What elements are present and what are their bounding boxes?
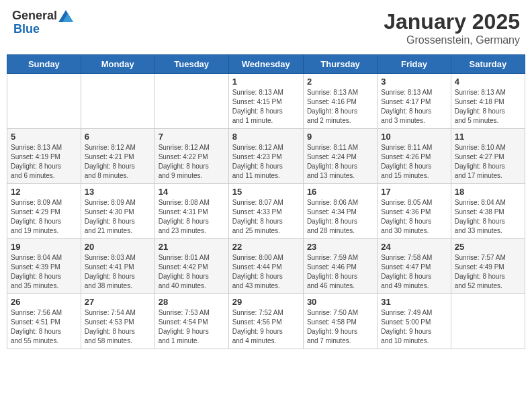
calendar-cell: 30Sunrise: 7:50 AM Sunset: 4:58 PM Dayli… bbox=[303, 294, 377, 349]
calendar-cell: 24Sunrise: 7:58 AM Sunset: 4:47 PM Dayli… bbox=[378, 239, 451, 294]
calendar-week-row: 5Sunrise: 8:13 AM Sunset: 4:19 PM Daylig… bbox=[7, 129, 525, 184]
calendar-cell: 11Sunrise: 8:10 AM Sunset: 4:27 PM Dayli… bbox=[451, 129, 525, 184]
calendar-cell: 19Sunrise: 8:04 AM Sunset: 4:39 PM Dayli… bbox=[7, 239, 81, 294]
day-number: 15 bbox=[232, 187, 300, 197]
calendar-cell: 26Sunrise: 7:56 AM Sunset: 4:51 PM Dayli… bbox=[7, 294, 81, 349]
day-number: 12 bbox=[11, 187, 77, 197]
logo-icon bbox=[58, 10, 73, 22]
day-number: 10 bbox=[381, 132, 447, 142]
day-info: Sunrise: 8:03 AM Sunset: 4:41 PM Dayligh… bbox=[85, 253, 151, 291]
calendar-cell: 2Sunrise: 8:13 AM Sunset: 4:16 PM Daylig… bbox=[303, 74, 377, 129]
calendar-cell: 7Sunrise: 8:12 AM Sunset: 4:22 PM Daylig… bbox=[154, 129, 228, 184]
day-number: 22 bbox=[232, 242, 300, 252]
day-info: Sunrise: 8:10 AM Sunset: 4:27 PM Dayligh… bbox=[455, 143, 521, 181]
day-number: 6 bbox=[85, 132, 151, 142]
calendar-cell: 15Sunrise: 8:07 AM Sunset: 4:33 PM Dayli… bbox=[228, 184, 303, 239]
day-number: 30 bbox=[307, 297, 373, 307]
calendar-cell: 14Sunrise: 8:08 AM Sunset: 4:31 PM Dayli… bbox=[154, 184, 228, 239]
calendar-cell: 5Sunrise: 8:13 AM Sunset: 4:19 PM Daylig… bbox=[7, 129, 81, 184]
day-info: Sunrise: 8:12 AM Sunset: 4:23 PM Dayligh… bbox=[232, 143, 300, 181]
day-number: 29 bbox=[232, 297, 300, 307]
day-number: 26 bbox=[11, 297, 77, 307]
calendar-cell: 16Sunrise: 8:06 AM Sunset: 4:34 PM Dayli… bbox=[303, 184, 377, 239]
day-number: 3 bbox=[381, 77, 447, 87]
logo: General Blue bbox=[12, 9, 73, 36]
calendar-cell: 1Sunrise: 8:13 AM Sunset: 4:15 PM Daylig… bbox=[228, 74, 303, 129]
weekday-header-row: SundayMondayTuesdayWednesdayThursdayFrid… bbox=[7, 55, 525, 74]
day-info: Sunrise: 7:50 AM Sunset: 4:58 PM Dayligh… bbox=[307, 308, 373, 346]
calendar-cell: 17Sunrise: 8:05 AM Sunset: 4:36 PM Dayli… bbox=[378, 184, 451, 239]
day-number: 24 bbox=[381, 242, 447, 252]
day-info: Sunrise: 8:06 AM Sunset: 4:34 PM Dayligh… bbox=[307, 198, 373, 236]
day-info: Sunrise: 8:08 AM Sunset: 4:31 PM Dayligh… bbox=[159, 198, 225, 236]
day-number: 19 bbox=[11, 242, 77, 252]
day-number: 13 bbox=[85, 187, 151, 197]
calendar-table: SundayMondayTuesdayWednesdayThursdayFrid… bbox=[7, 54, 525, 349]
day-info: Sunrise: 8:13 AM Sunset: 4:16 PM Dayligh… bbox=[307, 88, 373, 126]
calendar-week-row: 1Sunrise: 8:13 AM Sunset: 4:15 PM Daylig… bbox=[7, 74, 525, 129]
day-number: 5 bbox=[11, 132, 77, 142]
day-number: 25 bbox=[455, 242, 521, 252]
weekday-header: Thursday bbox=[303, 55, 377, 74]
day-info: Sunrise: 7:59 AM Sunset: 4:46 PM Dayligh… bbox=[307, 253, 373, 291]
calendar-cell: 3Sunrise: 8:13 AM Sunset: 4:17 PM Daylig… bbox=[378, 74, 451, 129]
day-number: 21 bbox=[159, 242, 225, 252]
calendar-cell: 4Sunrise: 8:13 AM Sunset: 4:18 PM Daylig… bbox=[451, 74, 525, 129]
day-info: Sunrise: 7:57 AM Sunset: 4:49 PM Dayligh… bbox=[455, 253, 521, 291]
calendar-cell: 31Sunrise: 7:49 AM Sunset: 5:00 PM Dayli… bbox=[378, 294, 451, 349]
day-number: 27 bbox=[85, 297, 151, 307]
day-info: Sunrise: 8:04 AM Sunset: 4:39 PM Dayligh… bbox=[11, 253, 77, 291]
calendar-cell: 22Sunrise: 8:00 AM Sunset: 4:44 PM Dayli… bbox=[228, 239, 303, 294]
weekday-header: Sunday bbox=[7, 55, 81, 74]
month-title: January 2025 bbox=[384, 9, 520, 34]
day-number: 18 bbox=[455, 187, 521, 197]
day-info: Sunrise: 8:07 AM Sunset: 4:33 PM Dayligh… bbox=[232, 198, 300, 236]
day-info: Sunrise: 8:13 AM Sunset: 4:19 PM Dayligh… bbox=[11, 143, 77, 181]
day-info: Sunrise: 8:12 AM Sunset: 4:22 PM Dayligh… bbox=[159, 143, 225, 181]
weekday-header: Friday bbox=[378, 55, 451, 74]
calendar-cell: 28Sunrise: 7:53 AM Sunset: 4:54 PM Dayli… bbox=[154, 294, 228, 349]
calendar-week-row: 12Sunrise: 8:09 AM Sunset: 4:29 PM Dayli… bbox=[7, 184, 525, 239]
day-number: 23 bbox=[307, 242, 373, 252]
day-number: 2 bbox=[307, 77, 373, 87]
day-number: 28 bbox=[159, 297, 225, 307]
day-info: Sunrise: 7:53 AM Sunset: 4:54 PM Dayligh… bbox=[159, 308, 225, 346]
logo-blue: Blue bbox=[13, 23, 73, 36]
day-info: Sunrise: 8:00 AM Sunset: 4:44 PM Dayligh… bbox=[232, 253, 300, 291]
day-number: 14 bbox=[159, 187, 225, 197]
calendar-cell: 9Sunrise: 8:11 AM Sunset: 4:24 PM Daylig… bbox=[303, 129, 377, 184]
calendar-cell bbox=[7, 74, 81, 129]
calendar-cell: 6Sunrise: 8:12 AM Sunset: 4:21 PM Daylig… bbox=[81, 129, 154, 184]
calendar-week-row: 26Sunrise: 7:56 AM Sunset: 4:51 PM Dayli… bbox=[7, 294, 525, 349]
calendar-cell bbox=[154, 74, 228, 129]
day-number: 31 bbox=[381, 297, 447, 307]
day-info: Sunrise: 8:11 AM Sunset: 4:24 PM Dayligh… bbox=[307, 143, 373, 181]
weekday-header: Tuesday bbox=[154, 55, 228, 74]
day-info: Sunrise: 8:09 AM Sunset: 4:30 PM Dayligh… bbox=[85, 198, 151, 236]
day-info: Sunrise: 8:13 AM Sunset: 4:15 PM Dayligh… bbox=[232, 88, 300, 126]
day-number: 20 bbox=[85, 242, 151, 252]
day-info: Sunrise: 8:11 AM Sunset: 4:26 PM Dayligh… bbox=[381, 143, 447, 181]
day-info: Sunrise: 8:04 AM Sunset: 4:38 PM Dayligh… bbox=[455, 198, 521, 236]
calendar-cell: 29Sunrise: 7:52 AM Sunset: 4:56 PM Dayli… bbox=[228, 294, 303, 349]
calendar-cell: 25Sunrise: 7:57 AM Sunset: 4:49 PM Dayli… bbox=[451, 239, 525, 294]
day-info: Sunrise: 7:54 AM Sunset: 4:53 PM Dayligh… bbox=[85, 308, 151, 346]
day-info: Sunrise: 8:09 AM Sunset: 4:29 PM Dayligh… bbox=[11, 198, 77, 236]
calendar-cell: 23Sunrise: 7:59 AM Sunset: 4:46 PM Dayli… bbox=[303, 239, 377, 294]
calendar-cell bbox=[81, 74, 154, 129]
calendar-cell: 12Sunrise: 8:09 AM Sunset: 4:29 PM Dayli… bbox=[7, 184, 81, 239]
location-title: Grossenstein, Germany bbox=[384, 34, 520, 46]
day-number: 9 bbox=[307, 132, 373, 142]
weekday-header: Wednesday bbox=[228, 55, 303, 74]
day-number: 1 bbox=[232, 77, 300, 87]
page-header: General Blue January 2025 Grossenstein, … bbox=[7, 7, 525, 49]
day-info: Sunrise: 7:52 AM Sunset: 4:56 PM Dayligh… bbox=[232, 308, 300, 346]
day-info: Sunrise: 8:13 AM Sunset: 4:18 PM Dayligh… bbox=[455, 88, 521, 126]
day-info: Sunrise: 8:13 AM Sunset: 4:17 PM Dayligh… bbox=[381, 88, 447, 126]
calendar-week-row: 19Sunrise: 8:04 AM Sunset: 4:39 PM Dayli… bbox=[7, 239, 525, 294]
title-area: January 2025 Grossenstein, Germany bbox=[384, 9, 520, 46]
calendar-cell: 27Sunrise: 7:54 AM Sunset: 4:53 PM Dayli… bbox=[81, 294, 154, 349]
day-info: Sunrise: 8:01 AM Sunset: 4:42 PM Dayligh… bbox=[159, 253, 225, 291]
day-number: 17 bbox=[381, 187, 447, 197]
calendar-cell bbox=[451, 294, 525, 349]
